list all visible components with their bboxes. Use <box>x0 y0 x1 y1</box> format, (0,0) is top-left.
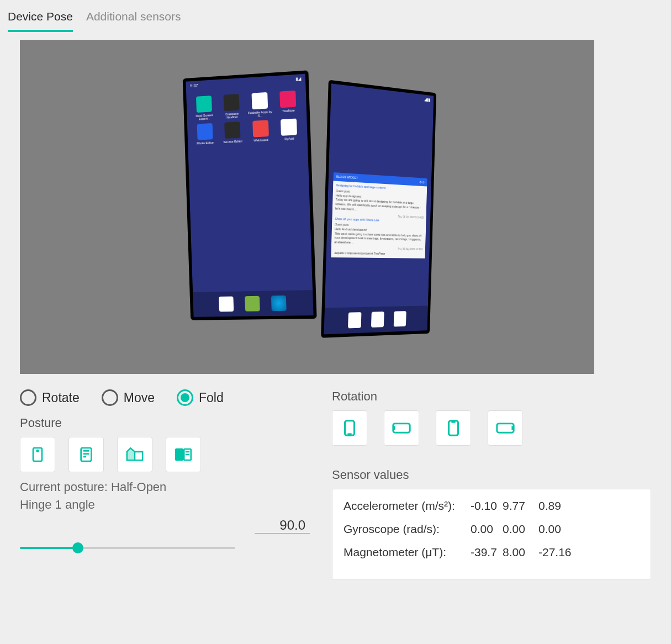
sensor-row-magnetometer: Magnetometer (μT): -39.7 8.00 -27.16 <box>344 546 640 559</box>
rotation-portrait-flipped-button[interactable] <box>436 410 471 446</box>
hinge-angle-label: Hinge 1 angle <box>20 498 310 512</box>
rotation-label: Rotation <box>332 389 651 404</box>
device-right-screen: ◢▮▮ BLOGS WIDGET⚙ ⟳ Designing for foldab… <box>321 80 436 337</box>
posture-label: Posture <box>20 416 310 430</box>
svg-rect-16 <box>497 424 514 432</box>
posture-flat-button[interactable] <box>68 437 104 472</box>
foldable-device-mock: 9:37▮◢ Dual Screen Experi... Compose Nav… <box>180 70 456 346</box>
radio-rotate[interactable]: Rotate <box>20 389 80 406</box>
svg-rect-10 <box>345 421 355 436</box>
current-posture-text: Current posture: Half-Open <box>20 480 310 494</box>
posture-book-button[interactable] <box>166 437 201 472</box>
sensor-values-table: Accelerometer (m/s²): -0.10 9.77 0.89 Gy… <box>332 489 651 579</box>
sensor-row-gyroscope: Gyroscope (rad/s): 0.00 0.00 0.00 <box>344 522 640 536</box>
sensor-values-label: Sensor values <box>332 468 651 482</box>
manipulation-mode-group: Rotate Move Fold <box>20 389 310 406</box>
status-time: 9:37 <box>190 83 198 88</box>
radio-fold[interactable]: Fold <box>177 389 224 406</box>
rotation-landscape-left-button[interactable] <box>384 410 419 446</box>
svg-point-1 <box>37 450 39 452</box>
hinge-angle-slider[interactable] <box>20 541 235 555</box>
posture-closed-button[interactable] <box>20 437 55 472</box>
device-3d-preview[interactable]: 9:37▮◢ Dual Screen Experi... Compose Nav… <box>20 40 594 374</box>
device-left-screen: 9:37▮◢ Dual Screen Experi... Compose Nav… <box>183 70 317 320</box>
svg-rect-6 <box>176 449 183 460</box>
posture-half-open-button[interactable] <box>117 437 152 472</box>
svg-rect-12 <box>393 424 410 432</box>
rotation-landscape-right-button[interactable] <box>488 410 523 446</box>
svg-rect-14 <box>449 421 458 436</box>
tab-bar: Device Pose Additional sensors <box>0 0 671 32</box>
sensor-row-accelerometer: Accelerometer (m/s²): -0.10 9.77 0.89 <box>344 499 640 513</box>
tab-additional-sensors[interactable]: Additional sensors <box>86 10 181 32</box>
radio-move[interactable]: Move <box>102 389 155 406</box>
hinge-angle-value[interactable]: 90.0 <box>255 518 310 534</box>
rotation-portrait-button[interactable] <box>332 410 367 446</box>
tab-device-pose[interactable]: Device Pose <box>8 10 73 32</box>
